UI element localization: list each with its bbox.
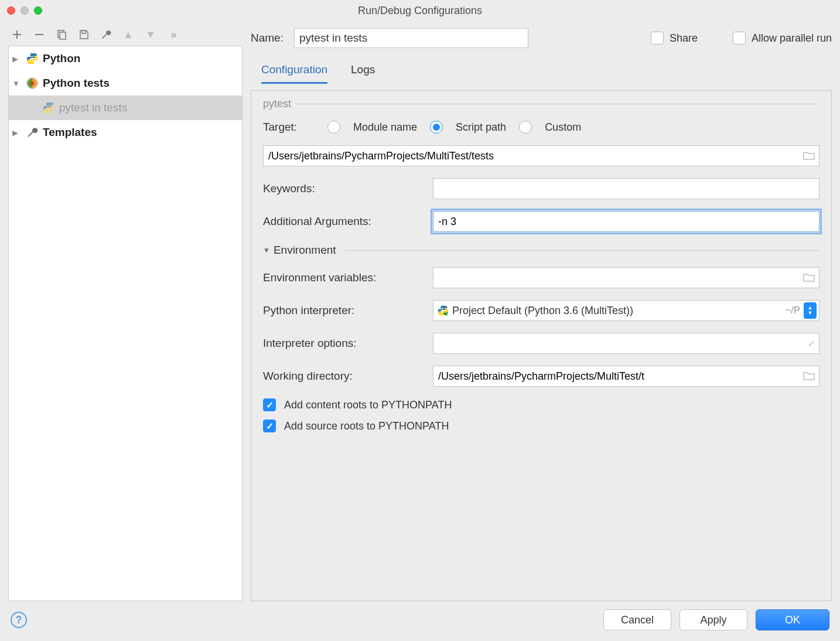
move-up-icon[interactable]: ▲ <box>122 28 135 41</box>
interpreter-select[interactable]: Project Default (Python 3.6 (MultiTest))… <box>433 300 819 321</box>
pytest-section-label: pytest <box>263 98 291 110</box>
target-path-input[interactable] <box>263 145 819 166</box>
python-icon <box>25 52 39 66</box>
tree-label: Python tests <box>43 77 110 90</box>
allow-parallel-checkbox[interactable] <box>733 32 746 45</box>
chevron-down-icon[interactable]: ▼ <box>263 246 270 254</box>
python-icon <box>437 305 449 316</box>
expand-icon[interactable]: ⤢ <box>808 339 815 348</box>
allow-parallel-label: Allow parallel run <box>752 32 832 45</box>
cancel-button[interactable]: Cancel <box>603 609 671 630</box>
share-checkbox[interactable] <box>651 32 664 45</box>
tree-label: Python <box>43 52 80 65</box>
wrench-icon <box>25 125 39 139</box>
apply-button[interactable]: Apply <box>679 609 747 630</box>
tree-item-pytest-in-tests[interactable]: pytest in tests <box>9 96 242 120</box>
chevron-right-icon: ▶ <box>12 54 22 63</box>
target-custom-label: Custom <box>545 121 581 134</box>
tree-label: pytest in tests <box>59 101 127 114</box>
interpreter-suffix: ~/P <box>785 305 800 316</box>
keywords-input[interactable] <box>433 178 819 199</box>
target-custom-radio[interactable] <box>519 121 532 134</box>
python-tests-icon <box>25 76 39 90</box>
ok-button[interactable]: OK <box>756 609 829 630</box>
browse-folder-icon[interactable] <box>803 151 815 161</box>
help-icon[interactable]: ? <box>11 612 27 628</box>
workdir-label: Working directory: <box>263 370 427 383</box>
add-content-roots-label: Add content roots to PYTHONPATH <box>284 399 452 411</box>
tab-logs[interactable]: Logs <box>351 63 375 84</box>
browse-folder-icon[interactable] <box>803 273 815 282</box>
target-module-radio[interactable] <box>327 121 340 134</box>
target-label: Target: <box>263 121 322 134</box>
sidebar-toolbar: ▲ ▼ » <box>8 26 243 46</box>
tree-item-python[interactable]: ▶ Python <box>9 46 242 71</box>
additional-args-label: Additional Arguments: <box>263 215 427 228</box>
add-source-roots-label: Add source roots to PYTHONPATH <box>284 420 449 432</box>
add-source-roots-checkbox[interactable] <box>263 420 276 432</box>
move-down-icon[interactable]: ▼ <box>144 28 157 41</box>
tab-configuration[interactable]: Configuration <box>261 63 327 84</box>
interpreter-label: Python interpreter: <box>263 304 427 317</box>
svg-rect-2 <box>82 30 86 33</box>
name-label: Name: <box>251 32 284 45</box>
select-arrows-icon: ▲▼ <box>804 302 817 319</box>
workdir-input[interactable] <box>433 366 819 387</box>
interpreter-opts-input[interactable] <box>433 333 819 354</box>
chevron-right-icon: ▶ <box>12 128 22 137</box>
wrench-icon[interactable] <box>100 28 112 41</box>
tree-item-templates[interactable]: ▶ Templates <box>9 120 242 145</box>
remove-icon[interactable] <box>33 28 46 41</box>
interpreter-opts-label: Interpreter options: <box>263 337 427 350</box>
pytest-icon <box>42 101 56 115</box>
svg-rect-1 <box>60 32 66 39</box>
zoom-window-button[interactable] <box>34 6 42 15</box>
tree-item-python-tests[interactable]: ▼ Python tests <box>9 71 242 96</box>
svg-point-4 <box>33 62 35 63</box>
svg-point-6 <box>30 81 34 85</box>
browse-folder-icon[interactable] <box>803 371 815 381</box>
target-module-label: Module name <box>353 121 417 134</box>
window-title: Run/Debug Configurations <box>358 5 482 17</box>
target-script-radio[interactable] <box>430 121 443 134</box>
minimize-window-button[interactable] <box>21 6 29 15</box>
copy-icon[interactable] <box>55 28 68 41</box>
tree-label: Templates <box>43 126 97 139</box>
name-input[interactable] <box>294 28 528 48</box>
env-vars-label: Environment variables: <box>263 271 427 284</box>
add-icon[interactable] <box>11 28 23 41</box>
close-window-button[interactable] <box>7 6 15 15</box>
tabs: Configuration Logs <box>251 55 832 84</box>
svg-point-3 <box>30 54 31 56</box>
chevron-down-icon: ▼ <box>12 79 22 88</box>
save-icon[interactable] <box>77 28 90 41</box>
keywords-label: Keywords: <box>263 182 427 195</box>
environment-section-label: Environment <box>274 244 336 257</box>
target-script-label: Script path <box>456 121 506 134</box>
configurations-tree[interactable]: ▶ Python ▼ Python tests pytest in tests … <box>8 46 243 601</box>
titlebar: Run/Debug Configurations <box>0 0 840 21</box>
share-label: Share <box>670 32 698 45</box>
overflow-icon[interactable]: » <box>166 28 179 41</box>
env-vars-input[interactable] <box>433 267 819 288</box>
interpreter-value: Project Default (Python 3.6 (MultiTest)) <box>452 305 781 317</box>
configuration-panel: pytest Target: Module name Script path C… <box>251 90 832 601</box>
add-content-roots-checkbox[interactable] <box>263 398 276 411</box>
additional-args-input[interactable] <box>433 211 819 232</box>
